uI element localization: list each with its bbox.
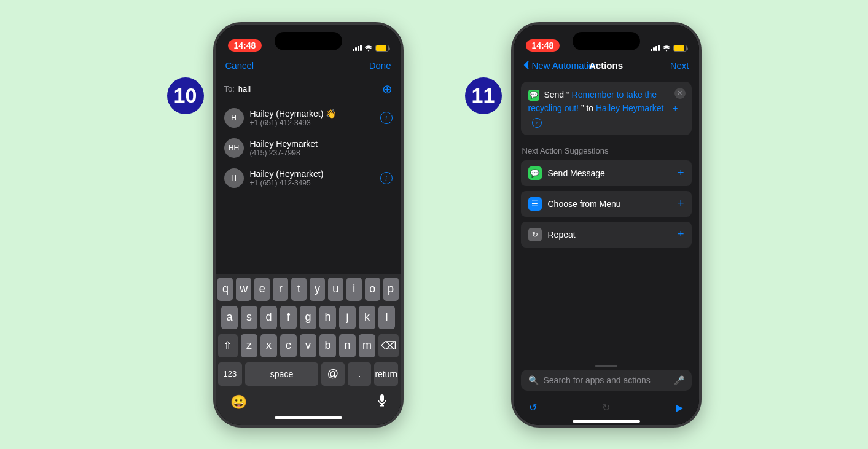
at-key[interactable]: @ [321,362,345,386]
key-l[interactable]: l [378,306,395,329]
key-f[interactable]: f [280,306,297,329]
suggestion-repeat[interactable]: ↻ Repeat + [521,222,692,248]
action-recipient-link[interactable]: Hailey Heymarket [596,103,663,113]
cancel-button[interactable]: Cancel [225,60,254,71]
add-recipient-icon[interactable]: + [670,103,681,114]
phone-frame-10: 14:48 Cancel Done To: hail ⊕ H Hailey (H [213,22,404,428]
backspace-key[interactable]: ⌫ [378,334,399,357]
wifi-icon [662,45,671,52]
info-icon[interactable]: i [380,112,393,124]
key-e[interactable]: e [254,278,270,301]
key-o[interactable]: o [365,278,380,301]
search-icon: 🔍 [528,375,539,385]
wifi-icon [364,45,373,52]
undo-icon[interactable]: ↺ [526,400,541,415]
home-indicator[interactable] [275,416,342,419]
key-d[interactable]: d [260,306,277,329]
recording-time-pill: 14:48 [526,39,560,52]
cellular-signal-icon [651,45,660,51]
recording-time-pill: 14:48 [228,39,262,52]
avatar: H [224,168,244,188]
mic-icon[interactable]: 🎤 [674,375,684,385]
to-label: To: [224,84,235,93]
info-icon[interactable]: i [380,172,393,184]
contact-row[interactable]: H Hailey (Heymarket) +1 (651) 412-3495 i [216,163,401,193]
messages-app-icon: 💬 [528,166,542,180]
to-input[interactable]: hail [238,84,382,93]
key-x[interactable]: x [260,334,277,357]
step-badge-10: 10 [167,77,204,114]
return-key[interactable]: return [374,362,399,386]
battery-icon [375,45,389,52]
key-k[interactable]: k [359,306,375,329]
nav-bar: Cancel Done [216,55,401,76]
key-q[interactable]: q [217,278,233,301]
add-contact-icon[interactable]: ⊕ [382,82,393,96]
play-icon[interactable]: ▶ [672,400,687,415]
cellular-signal-icon [353,45,362,51]
key-a[interactable]: a [221,306,238,329]
suggestion-choose-menu[interactable]: ☰ Choose from Menu + [521,191,692,217]
shift-key[interactable]: ⇧ [218,334,238,357]
key-c[interactable]: c [280,334,297,357]
action-card[interactable]: ✕ 💬 Send “ Remember to take the recyclin… [521,82,692,135]
add-suggestion-icon[interactable]: + [678,166,684,179]
key-i[interactable]: i [346,278,362,301]
key-m[interactable]: m [359,334,375,357]
key-j[interactable]: j [339,306,356,329]
contact-row[interactable]: HH Hailey Heymarket (415) 237-7998 [216,133,401,163]
suggestion-label: Choose from Menu [548,199,671,209]
keyboard-row-4: 123 space @ . return [218,362,399,386]
key-h[interactable]: h [319,306,336,329]
contact-name: Hailey (Heymarket) [250,169,374,179]
key-s[interactable]: s [241,306,257,329]
nav-bar: New Automation Actions Next [514,55,699,76]
search-bar[interactable]: 🔍 Search for apps and actions 🎤 [521,370,692,391]
chevron-left-icon [523,61,530,69]
messages-app-icon: 💬 [528,90,539,101]
key-b[interactable]: b [319,334,336,357]
suggestion-label: Repeat [548,230,671,240]
contact-phone: +1 (651) 412-3495 [250,179,374,187]
notch [573,32,640,50]
notch [275,32,342,50]
space-key[interactable]: space [245,362,318,386]
next-button[interactable]: Next [670,60,689,71]
numbers-key[interactable]: 123 [218,362,243,386]
contact-name: Hailey Heymarket [250,139,393,149]
remove-action-icon[interactable]: ✕ [674,88,686,99]
avatar: H [224,108,244,128]
emoji-key[interactable]: 😀 [230,394,247,410]
key-z[interactable]: z [241,334,257,357]
contact-name: Hailey (Heymarket) 👋 [250,109,374,119]
done-button[interactable]: Done [369,60,391,71]
key-y[interactable]: y [310,278,325,301]
suggestion-send-message[interactable]: 💬 Send Message + [521,160,692,186]
key-g[interactable]: g [300,306,316,329]
home-indicator[interactable] [573,420,640,423]
battery-icon [673,45,687,52]
suggestion-label: Send Message [548,168,671,178]
key-p[interactable]: p [383,278,399,301]
nav-title: Actions [589,60,623,71]
key-v[interactable]: v [300,334,316,357]
contact-row[interactable]: H Hailey (Heymarket) 👋 +1 (651) 412-3493… [216,103,401,133]
dot-key[interactable]: . [348,362,371,386]
redo-icon: ↻ [599,400,614,415]
drawer-handle[interactable] [595,365,617,367]
add-suggestion-icon[interactable]: + [678,197,684,210]
dictation-icon[interactable] [378,394,386,407]
key-r[interactable]: r [273,278,288,301]
back-button[interactable]: New Automation [523,60,599,71]
add-suggestion-icon[interactable]: + [678,228,684,241]
keyboard-row-3: ⇧ z x c v b n m ⌫ [218,334,399,357]
key-t[interactable]: t [291,278,307,301]
key-w[interactable]: w [236,278,251,301]
expand-action-icon[interactable]: › [532,118,542,128]
to-field-row[interactable]: To: hail ⊕ [216,76,401,103]
key-u[interactable]: u [328,278,343,301]
key-n[interactable]: n [339,334,356,357]
suggestions-header: Next Action Suggestions [514,141,699,158]
action-mid: ” to [581,103,593,113]
keyboard-row-1: q w e r t y u i o p [218,278,399,301]
